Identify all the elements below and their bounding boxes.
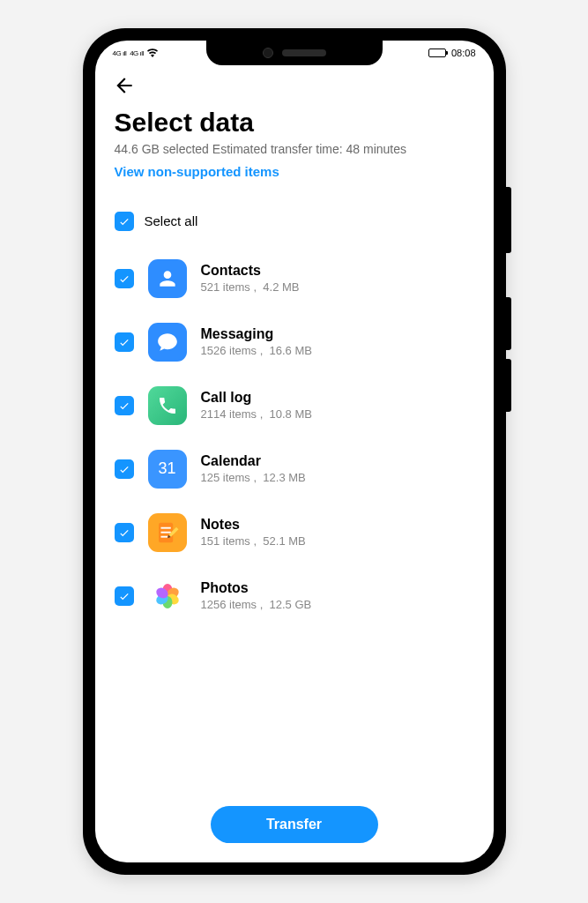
- phone-frame: 4G ıll 4G ıll 08:08 Select data 44.6 GB …: [83, 28, 506, 875]
- subtitle: 44.6 GB selected Estimated transfer time…: [115, 141, 474, 159]
- item-text: Photos1256 items , 12.5 GB: [201, 580, 474, 611]
- items-list: Contacts521 items , 4.2 MBMessaging1526 …: [115, 247, 474, 628]
- check-icon: [118, 215, 130, 228]
- item-title: Call log: [201, 390, 474, 406]
- item-title: Notes: [201, 517, 474, 533]
- item-sub: 2114 items , 10.8 MB: [201, 407, 474, 421]
- check-icon: [118, 526, 130, 539]
- select-all-checkbox[interactable]: [115, 212, 134, 231]
- item-sub: 151 items , 52.1 MB: [201, 534, 474, 548]
- clock: 08:08: [451, 48, 476, 58]
- back-button[interactable]: [113, 74, 136, 97]
- side-button: [506, 187, 511, 253]
- list-item[interactable]: Contacts521 items , 4.2 MB: [115, 247, 474, 310]
- wifi-icon: [147, 49, 158, 57]
- check-icon: [118, 399, 130, 412]
- svg-rect-2: [160, 531, 170, 533]
- contacts-app-icon: [148, 259, 187, 298]
- back-arrow-icon: [113, 74, 136, 97]
- battery-icon: [428, 49, 446, 57]
- front-camera: [263, 48, 273, 58]
- nav-bar: [95, 65, 494, 97]
- item-checkbox[interactable]: [115, 523, 134, 542]
- item-sub: 1256 items , 12.5 GB: [201, 598, 474, 611]
- item-checkbox[interactable]: [115, 269, 134, 288]
- item-title: Photos: [201, 580, 474, 596]
- list-item[interactable]: Photos1256 items , 12.5 GB: [115, 564, 474, 628]
- item-sub: 125 items , 12.3 MB: [201, 471, 474, 484]
- content: Select data 44.6 GB selected Estimated t…: [95, 97, 494, 794]
- item-text: Call log2114 items , 10.8 MB: [201, 390, 474, 421]
- item-sub: 521 items , 4.2 MB: [201, 280, 474, 294]
- screen: 4G ıll 4G ıll 08:08 Select data 44.6 GB …: [95, 41, 494, 862]
- list-item[interactable]: 31Calendar125 items , 12.3 MB: [115, 437, 474, 501]
- check-icon: [118, 590, 130, 602]
- item-checkbox[interactable]: [115, 586, 134, 606]
- transfer-button[interactable]: Transfer: [211, 806, 378, 843]
- messaging-app-icon: [148, 323, 187, 362]
- select-all-label: Select all: [145, 213, 198, 228]
- list-item[interactable]: Messaging1526 items , 16.6 MB: [115, 310, 474, 374]
- volume-down-button: [506, 359, 511, 412]
- item-checkbox[interactable]: [115, 459, 134, 479]
- calllog-app-icon: [148, 386, 187, 425]
- calendar-app-icon: 31: [148, 450, 187, 489]
- notes-app-icon: [148, 513, 187, 552]
- item-text: Calendar125 items , 12.3 MB: [201, 453, 474, 484]
- photos-icon: [154, 583, 181, 609]
- signal-2: 4G ıll: [130, 49, 144, 57]
- item-text: Messaging1526 items , 16.6 MB: [201, 326, 474, 357]
- volume-up-button: [506, 297, 511, 350]
- contacts-icon: [156, 267, 179, 290]
- item-title: Messaging: [201, 326, 474, 342]
- svg-rect-3: [160, 535, 167, 537]
- non-supported-link[interactable]: View non-supported items: [115, 164, 279, 179]
- photos-app-icon: [148, 577, 187, 616]
- item-title: Calendar: [201, 453, 474, 469]
- item-title: Contacts: [201, 263, 474, 279]
- messaging-icon: [156, 331, 179, 354]
- check-icon: [118, 272, 130, 285]
- item-checkbox[interactable]: [115, 396, 134, 415]
- item-sub: 1526 items , 16.6 MB: [201, 344, 474, 357]
- select-all-row[interactable]: Select all: [115, 212, 474, 231]
- item-text: Contacts521 items , 4.2 MB: [201, 263, 474, 294]
- signal-1: 4G ıll: [113, 49, 127, 57]
- phone-icon: [157, 395, 178, 416]
- notes-icon: [154, 519, 181, 546]
- page-title: Select data: [115, 108, 474, 138]
- status-left: 4G ıll 4G ıll: [113, 49, 158, 57]
- check-icon: [118, 463, 130, 475]
- notch: [206, 41, 383, 65]
- item-text: Notes151 items , 52.1 MB: [201, 517, 474, 548]
- check-icon: [118, 336, 130, 348]
- svg-rect-1: [160, 526, 170, 528]
- status-right: 08:08: [428, 48, 476, 58]
- list-item[interactable]: Call log2114 items , 10.8 MB: [115, 374, 474, 437]
- speaker: [282, 49, 326, 56]
- list-item[interactable]: Notes151 items , 52.1 MB: [115, 501, 474, 564]
- bottom-bar: Transfer: [95, 794, 494, 862]
- item-checkbox[interactable]: [115, 332, 134, 352]
- calendar-icon: 31: [158, 459, 175, 478]
